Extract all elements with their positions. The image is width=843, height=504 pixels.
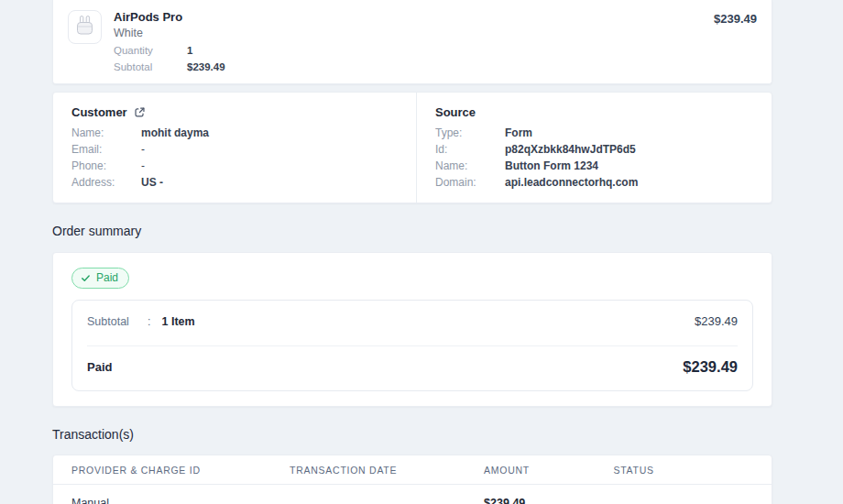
- amount-cell: $239.49 TEST MODE: [484, 497, 613, 504]
- type-label: Type:: [435, 126, 505, 139]
- type-value: Form: [505, 126, 532, 139]
- customer-name-row: Name: mohit dayma: [71, 125, 398, 141]
- source-section: Source Type: Form Id: p82qXzbkk84hwJdTP6…: [416, 93, 772, 203]
- name-label: Name:: [71, 126, 141, 139]
- provider-cell: Manual Cash: [71, 497, 290, 504]
- summary-divider: [87, 345, 738, 346]
- source-name-value: Button Form 1234: [505, 159, 598, 172]
- column-status: STATUS: [613, 465, 753, 476]
- column-amount: AMOUNT: [484, 465, 613, 476]
- customer-phone-row: Phone: -: [71, 158, 398, 174]
- external-link-icon[interactable]: [134, 106, 146, 118]
- check-icon: [81, 273, 91, 283]
- address-value: US -: [141, 176, 163, 189]
- summary-item-count: 1 Item: [161, 315, 194, 328]
- product-name: AirPods Pro: [114, 10, 714, 24]
- summary-box: Subtotal : 1 Item $239.49 Paid $239.49: [71, 300, 753, 391]
- source-domain-row: Domain: api.leadconnectorhq.com: [435, 174, 753, 191]
- product-info: AirPods Pro White Quantity 1 Subtotal $2…: [114, 10, 714, 72]
- source-name-label: Name:: [435, 159, 505, 172]
- product-variant: White: [114, 27, 714, 39]
- paid-status-badge: Paid: [71, 268, 129, 289]
- order-summary-heading: Order summary: [52, 224, 772, 238]
- product-price: $239.49: [714, 10, 757, 72]
- summary-subtotal-amount: $239.49: [695, 314, 738, 328]
- subtotal-value: $239.49: [187, 61, 225, 72]
- summary-paid-amount: $239.49: [683, 358, 738, 376]
- customer-address-row: Address: US -: [71, 174, 398, 191]
- phone-label: Phone:: [71, 159, 141, 172]
- product-card: AirPods Pro White Quantity 1 Subtotal $2…: [52, 0, 772, 84]
- customer-heading: Customer: [71, 104, 398, 120]
- airpods-product-icon: [72, 13, 97, 41]
- email-value: -: [141, 143, 145, 156]
- address-label: Address:: [71, 176, 141, 189]
- product-quantity-row: Quantity 1: [114, 45, 714, 56]
- transaction-row: Manual Cash 02/19/2025 2:32 PM $239.49 T…: [53, 485, 772, 504]
- source-heading: Source: [435, 104, 753, 120]
- source-id-row: Id: p82qXzbkk84hwJdTP6d5: [435, 141, 753, 158]
- order-detail-page: AirPods Pro White Quantity 1 Subtotal $2…: [52, 0, 772, 504]
- customer-email-row: Email: -: [71, 141, 398, 158]
- paid-badge-label: Paid: [96, 271, 118, 284]
- customer-title: Customer: [71, 105, 127, 119]
- column-transaction-date: TRANSACTION DATE: [290, 465, 484, 476]
- transactions-heading: Transaction(s): [52, 427, 772, 442]
- id-label: Id:: [435, 143, 505, 156]
- summary-paid-row: Paid $239.49: [87, 358, 738, 376]
- subtotal-label: Subtotal: [114, 61, 187, 72]
- provider-name: Manual: [71, 497, 290, 504]
- product-subtotal-row: Subtotal $239.49: [114, 61, 714, 72]
- status-cell: Succeeded: [613, 497, 753, 504]
- email-label: Email:: [71, 143, 141, 156]
- customer-section: Customer Name: mohit dayma Email: - Pho: [53, 93, 416, 203]
- source-id-link[interactable]: p82qXzbkk84hwJdTP6d5: [505, 143, 636, 156]
- column-provider-charge-id: PROVIDER & CHARGE ID: [71, 465, 290, 476]
- order-summary-card: Paid Subtotal : 1 Item $239.49 Paid $239…: [52, 252, 772, 407]
- name-value: mohit dayma: [141, 126, 209, 139]
- quantity-label: Quantity: [114, 45, 187, 56]
- transactions-table: PROVIDER & CHARGE ID TRANSACTION DATE AM…: [52, 455, 772, 504]
- summary-subtotal-label: Subtotal: [87, 315, 148, 328]
- summary-paid-label: Paid: [87, 360, 112, 374]
- summary-subtotal-row: Subtotal : 1 Item $239.49: [87, 314, 738, 328]
- transactions-table-header: PROVIDER & CHARGE ID TRANSACTION DATE AM…: [53, 455, 772, 485]
- source-domain-link[interactable]: api.leadconnectorhq.com: [505, 176, 638, 189]
- phone-value: -: [141, 159, 145, 172]
- source-type-row: Type: Form: [435, 125, 753, 141]
- customer-source-card: Customer Name: mohit dayma Email: - Pho: [52, 92, 772, 203]
- domain-label: Domain:: [435, 176, 505, 189]
- date-cell: 02/19/2025 2:32 PM: [290, 497, 484, 504]
- product-image: [68, 10, 102, 44]
- source-name-row: Name: Button Form 1234: [435, 158, 753, 174]
- transaction-amount: $239.49: [484, 497, 613, 504]
- quantity-value: 1: [187, 45, 192, 56]
- summary-colon: :: [148, 315, 150, 328]
- source-title: Source: [435, 105, 476, 119]
